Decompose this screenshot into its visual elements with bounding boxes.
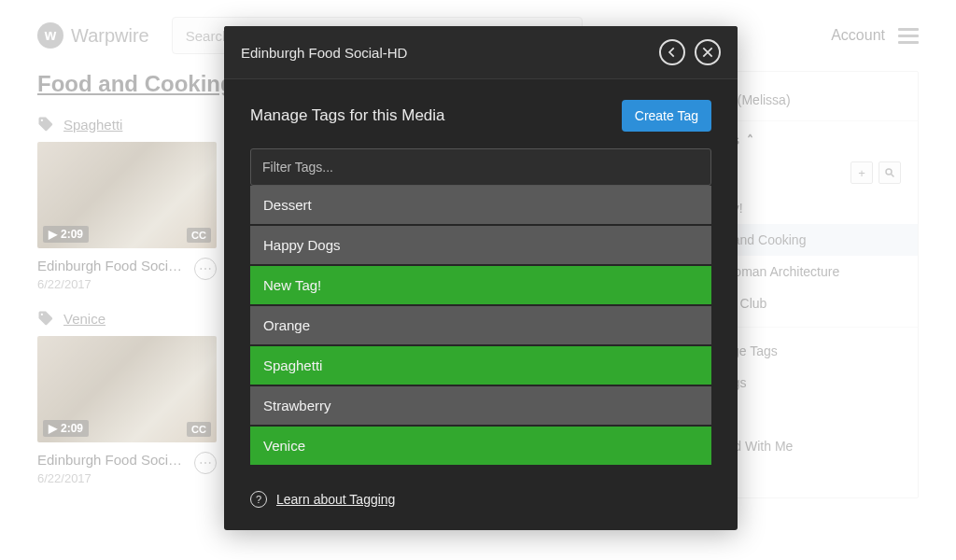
- manage-tags-modal: Edinburgh Food Social-HD Manage Tags for…: [224, 26, 738, 530]
- tag-item-new-tag[interactable]: New Tag!: [250, 264, 711, 304]
- arrow-left-icon: [666, 46, 679, 59]
- create-tag-button[interactable]: Create Tag: [622, 100, 711, 132]
- close-button[interactable]: [695, 39, 721, 65]
- modal-subtitle: Manage Tags for this Media: [250, 106, 445, 125]
- tag-list: Dessert Happy Dogs New Tag! Orange Spagh…: [250, 186, 711, 465]
- tag-item-venice[interactable]: Venice: [250, 425, 711, 465]
- modal-body: Manage Tags for this Media Create Tag De…: [224, 79, 738, 530]
- back-button[interactable]: [659, 39, 685, 65]
- modal-title: Edinburgh Food Social-HD: [241, 45, 407, 61]
- tag-item-dessert[interactable]: Dessert: [250, 186, 711, 224]
- filter-tags-input[interactable]: [250, 148, 711, 186]
- modal-subheader: Manage Tags for this Media Create Tag: [250, 100, 711, 132]
- learn-row: ? Learn about Tagging: [250, 491, 711, 508]
- tag-item-strawberry[interactable]: Strawberry: [250, 385, 711, 425]
- learn-about-tagging-link[interactable]: Learn about Tagging: [276, 492, 395, 507]
- tag-item-spaghetti[interactable]: Spaghetti: [250, 344, 711, 385]
- help-icon: ?: [250, 491, 267, 508]
- tag-item-orange[interactable]: Orange: [250, 304, 711, 344]
- tag-item-happy-dogs[interactable]: Happy Dogs: [250, 224, 711, 264]
- close-icon: [701, 46, 714, 59]
- modal-header: Edinburgh Food Social-HD: [224, 26, 738, 79]
